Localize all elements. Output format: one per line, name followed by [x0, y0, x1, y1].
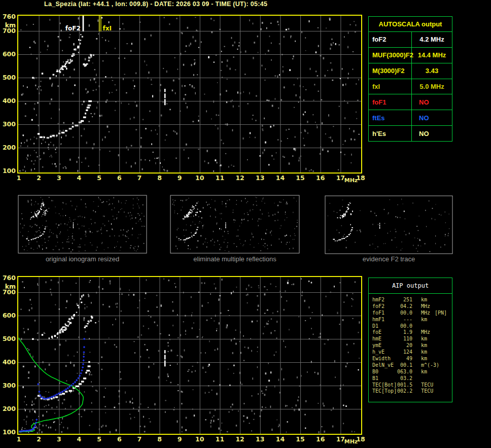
- autoscala-row: foF1NO: [369, 94, 452, 110]
- aip-name: TEC[Bot]: [372, 382, 397, 389]
- aip-row: hmE110km: [372, 336, 452, 342]
- aip-val: 1.9: [397, 329, 412, 336]
- thumbnail-caption-evidence: evidence F2 trace: [325, 255, 452, 263]
- aip-name: TEC[Top]: [372, 388, 397, 395]
- aip-name: hmF2: [372, 297, 397, 303]
- svg-text:13: 13: [256, 174, 264, 182]
- aip-val: 110: [397, 336, 412, 342]
- autoscala-row: h'EsNO: [369, 126, 452, 141]
- aip-name: foF2: [372, 303, 397, 310]
- top-ionogram-plot: 760700600500400300200100km12345678910111…: [3, 13, 365, 184]
- aip-row: foF204.2MHz: [372, 303, 452, 310]
- aip-row: Ewidth49km: [372, 356, 452, 362]
- svg-text:16: 16: [316, 174, 325, 182]
- aip-row: foF100.0MHz[PN]: [372, 310, 452, 317]
- aip-val: 00.0: [397, 310, 412, 317]
- svg-text:8: 8: [157, 435, 162, 443]
- autoscala-row-value: 14.4 MHz: [412, 48, 452, 63]
- svg-text:MHz: MHz: [344, 438, 358, 445]
- aip-unit: MHz: [421, 329, 430, 336]
- autoscala-row-value: 3.43: [412, 63, 452, 79]
- aip-row: ymE20km: [372, 342, 452, 349]
- svg-text:7: 7: [137, 174, 142, 182]
- aip-unit: km: [421, 356, 427, 362]
- aip-table-rows: hmF2251kmfoF204.2MHzfoF100.0MHz[PN]hmF1-…: [369, 294, 452, 395]
- aip-row: foE1.9MHz: [372, 329, 452, 336]
- aip-row: h_vE124km: [372, 349, 452, 356]
- autoscala-row-value: 4.2 MHz: [412, 32, 452, 47]
- svg-text:9: 9: [178, 174, 182, 182]
- autoscala-row: ftEsNO: [369, 110, 452, 126]
- autoscala-row: foF24.2 MHz: [369, 32, 452, 48]
- autoscala-row-value: NO: [412, 94, 452, 110]
- svg-text:500: 500: [3, 74, 16, 81]
- aip-val: 251: [397, 297, 412, 303]
- autoscala-table-rows: foF24.2 MHzMUF(3000)F214.4 MHzM(3000)F23…: [369, 32, 452, 141]
- autoscala-app-window: La_Spezia (lat: +44.1 , lon: 009.8) - DA…: [0, 0, 491, 448]
- svg-text:12: 12: [235, 435, 244, 443]
- aip-val: 00.0: [397, 323, 412, 330]
- aip-row: hmF2251km: [372, 297, 452, 303]
- svg-text:5: 5: [97, 174, 101, 182]
- aip-val: 20: [397, 342, 412, 349]
- autoscala-row-label: foF1: [369, 94, 412, 110]
- svg-text:600: 600: [3, 50, 16, 58]
- autoscala-row-value: NO: [412, 126, 452, 141]
- aip-val: 001.5: [397, 382, 412, 389]
- svg-text:400: 400: [3, 97, 16, 105]
- aip-row: DelN_vE00.1m^(-3): [372, 362, 452, 369]
- aip-val: 002.2: [397, 388, 412, 395]
- aip-row: D100.0: [372, 323, 452, 330]
- svg-text:15: 15: [296, 435, 304, 443]
- aip-unit: TECU: [421, 388, 433, 395]
- aip-unit: km: [421, 317, 427, 323]
- svg-text:1: 1: [17, 174, 21, 182]
- svg-text:1: 1: [17, 435, 21, 443]
- svg-text:9: 9: [178, 435, 182, 443]
- aip-unit: m^(-3): [421, 362, 439, 369]
- autoscala-row: MUF(3000)F214.4 MHz: [369, 48, 452, 63]
- svg-text:14: 14: [276, 435, 285, 443]
- svg-text:16: 16: [316, 435, 325, 443]
- autoscala-row-value: 5.0 MHz: [412, 79, 452, 94]
- svg-text:13: 13: [256, 435, 264, 443]
- aip-unit: TECU: [421, 382, 433, 389]
- svg-text:2: 2: [37, 174, 41, 182]
- aip-name: ymE: [372, 342, 397, 349]
- svg-text:km: km: [5, 21, 16, 29]
- svg-text:km: km: [5, 283, 16, 290]
- svg-text:17: 17: [336, 174, 345, 182]
- aip-unit: km: [421, 342, 427, 349]
- aip-name: D1: [372, 323, 397, 330]
- aip-name: DelN_vE: [372, 362, 397, 369]
- aip-name: B1: [372, 375, 397, 382]
- aip-val: 00.1: [397, 362, 412, 369]
- aip-row: B0063.0km: [372, 369, 452, 375]
- autoscala-output-table: AUTOSCALA output foF24.2 MHzMUF(3000)F21…: [368, 16, 452, 142]
- autoscala-row: M(3000)F23.43: [369, 63, 452, 79]
- svg-text:400: 400: [3, 358, 16, 366]
- autoscala-row: fxI5.0 MHz: [369, 79, 452, 95]
- svg-text:200: 200: [3, 144, 16, 151]
- svg-text:11: 11: [216, 174, 224, 182]
- aip-row: TEC[Bot]001.5TECU: [372, 382, 452, 389]
- thumbnail-eliminate-reflections: [170, 195, 299, 253]
- autoscala-row-label: MUF(3000)F2: [369, 48, 412, 63]
- svg-text:3: 3: [57, 174, 61, 182]
- autoscala-row-label: foF2: [369, 32, 412, 47]
- svg-text:760: 760: [3, 13, 16, 20]
- aip-val: 124: [397, 349, 412, 356]
- aip-table-header: AIP output: [369, 278, 452, 294]
- svg-text:4: 4: [77, 174, 82, 182]
- svg-text:200: 200: [3, 405, 16, 412]
- aip-name: h_vE: [372, 349, 397, 356]
- autoscala-row-label: M(3000)F2: [369, 63, 412, 79]
- aip-val: ---: [397, 317, 412, 323]
- autoscala-row-label: fxI: [369, 79, 412, 94]
- svg-text:17: 17: [336, 435, 345, 443]
- svg-text:7: 7: [137, 435, 142, 443]
- aip-name: hmE: [372, 336, 397, 342]
- autoscala-row-label: h'Es: [369, 126, 412, 141]
- aip-name: hmF1: [372, 317, 397, 323]
- green-profile-curve: [19, 338, 83, 432]
